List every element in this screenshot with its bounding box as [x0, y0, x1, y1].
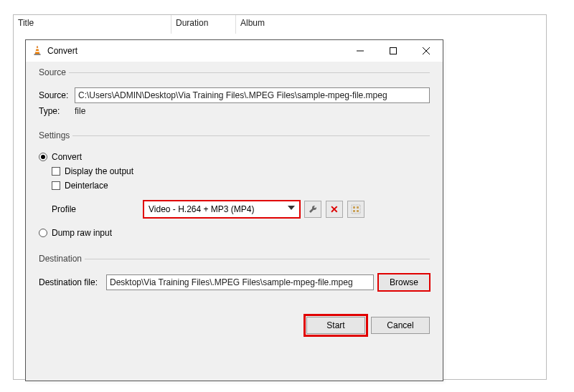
edit-profile-button[interactable] [304, 201, 321, 218]
table-header-row: Title Duration Album [14, 15, 546, 34]
titlebar: Convert [26, 40, 443, 62]
source-input[interactable] [75, 87, 430, 103]
source-label: Source: [39, 90, 75, 100]
vlc-icon [32, 45, 43, 57]
radio-icon [39, 229, 47, 237]
destination-legend: Destination [39, 254, 85, 264]
new-profile-button[interactable] [347, 201, 364, 218]
source-group: Source Source: Type: file [39, 67, 430, 123]
minimize-button[interactable] [344, 40, 377, 62]
deinterlace-checkbox[interactable]: Deinterlace [52, 181, 430, 191]
svg-rect-5 [390, 48, 397, 54]
profile-select[interactable]: Video - H.264 + MP3 (MP4) [144, 201, 300, 218]
destination-input[interactable] [106, 274, 374, 290]
svg-rect-2 [35, 51, 39, 52]
svg-rect-8 [352, 205, 360, 214]
settings-legend: Settings [39, 130, 72, 140]
source-legend: Source [39, 67, 69, 77]
convert-radio[interactable]: Convert [39, 152, 430, 162]
svg-marker-0 [35, 46, 39, 54]
dump-raw-radio[interactable]: Dump raw input [39, 228, 430, 238]
dump-raw-label: Dump raw input [52, 228, 112, 238]
close-button[interactable] [410, 40, 443, 62]
col-title[interactable]: Title [14, 15, 171, 34]
delete-profile-button[interactable]: ✕ [326, 201, 343, 218]
start-button[interactable]: Start [306, 317, 365, 334]
type-value: file [75, 106, 85, 116]
profile-value: Video - H.264 + MP3 (MP4) [149, 204, 255, 214]
settings-group: Settings Convert Display the output Dein… [39, 130, 430, 247]
wrench-icon [308, 204, 318, 214]
display-output-checkbox[interactable]: Display the output [52, 166, 430, 176]
svg-rect-10 [357, 206, 359, 209]
destination-label: Destination file: [39, 277, 106, 287]
chevron-down-icon [288, 206, 295, 210]
dialog-title: Convert [47, 46, 77, 56]
svg-rect-3 [34, 54, 41, 55]
browse-button[interactable]: Browse [378, 274, 430, 291]
checkbox-icon [52, 167, 60, 176]
convert-radio-label: Convert [52, 152, 82, 162]
svg-rect-1 [36, 48, 39, 49]
convert-dialog: Convert Source Source: Type: file Settin… [25, 39, 443, 381]
profile-label: Profile [52, 204, 144, 214]
deinterlace-label: Deinterlace [65, 181, 108, 191]
cancel-button[interactable]: Cancel [371, 317, 430, 334]
maximize-button[interactable] [377, 40, 410, 62]
close-icon: ✕ [330, 204, 339, 215]
type-label: Type: [39, 106, 75, 116]
svg-rect-12 [357, 210, 359, 212]
radio-icon [39, 153, 47, 161]
col-album[interactable]: Album [236, 15, 546, 34]
destination-group: Destination Destination file: Browse [39, 254, 430, 295]
display-output-label: Display the output [65, 166, 133, 176]
svg-rect-9 [353, 206, 355, 209]
checkbox-icon [52, 181, 60, 190]
col-duration[interactable]: Duration [171, 15, 236, 34]
new-profile-icon [351, 204, 361, 214]
svg-rect-11 [353, 210, 355, 212]
